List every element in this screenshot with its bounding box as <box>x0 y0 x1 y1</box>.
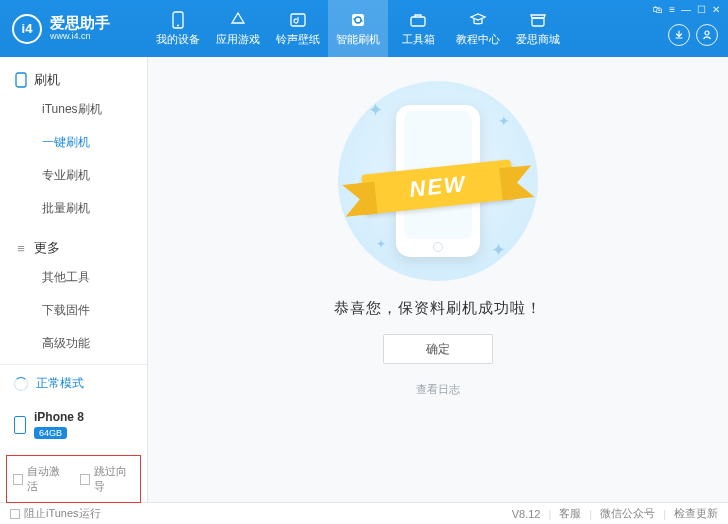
top-nav: 我的设备 应用游戏 铃声壁纸 智能刷机 工具箱 教程中心 爱思商城 <box>148 0 658 57</box>
checkbox-label: 自动激活 <box>27 464 67 494</box>
device-name: iPhone 8 <box>34 410 84 424</box>
nav-toolbox[interactable]: 工具箱 <box>388 0 448 57</box>
flash-icon <box>349 11 367 29</box>
nav-store[interactable]: 爱思商城 <box>508 0 568 57</box>
tutorial-icon <box>469 11 487 29</box>
phone-icon <box>14 73 28 87</box>
more-icon: ≡ <box>14 241 28 255</box>
user-button[interactable] <box>696 24 718 46</box>
sidebar-cat-label: 刷机 <box>34 71 60 89</box>
sidebar: 刷机 iTunes刷机 一键刷机 专业刷机 批量刷机 ≡ 更多 其他工具 下载固… <box>0 57 148 502</box>
nav-tutorial[interactable]: 教程中心 <box>448 0 508 57</box>
phone-icon <box>14 416 26 434</box>
app-header: 🛍 ≡ — ☐ ✕ i4 爱思助手 www.i4.cn 我的设备 应用游戏 铃声… <box>0 0 728 57</box>
svg-rect-5 <box>532 18 544 26</box>
checkbox-auto-activate[interactable]: 自动激活 <box>13 464 68 494</box>
support-link[interactable]: 客服 <box>559 506 581 521</box>
nav-label: 我的设备 <box>156 32 200 47</box>
checkbox-skip-guide[interactable]: 跳过向导 <box>80 464 135 494</box>
sparkle-icon: ✦ <box>376 237 386 251</box>
brand: i4 爱思助手 www.i4.cn <box>0 0 148 57</box>
refresh-icon <box>14 377 28 391</box>
sparkle-icon: ✦ <box>498 113 510 129</box>
nav-label: 应用游戏 <box>216 32 260 47</box>
new-ribbon: NEW <box>361 159 514 214</box>
post-flash-options: 自动激活 跳过向导 <box>6 455 141 503</box>
nav-label: 智能刷机 <box>336 32 380 47</box>
device-mode[interactable]: 正常模式 <box>0 365 147 402</box>
nav-label: 铃声壁纸 <box>276 32 320 47</box>
cart-icon[interactable]: 🛍 <box>653 4 663 15</box>
sidebar-cat-more[interactable]: ≡ 更多 <box>0 235 147 261</box>
checkbox-block-itunes[interactable]: 阻止iTunes运行 <box>10 506 101 521</box>
ringtone-icon <box>289 11 307 29</box>
view-log-link[interactable]: 查看日志 <box>416 382 460 397</box>
apps-icon <box>229 11 247 29</box>
svg-rect-7 <box>16 73 26 87</box>
success-message: 恭喜您，保资料刷机成功啦！ <box>334 299 542 318</box>
device-icon <box>169 11 187 29</box>
nav-label: 爱思商城 <box>516 32 560 47</box>
sidebar-cat-flash[interactable]: 刷机 <box>0 67 147 93</box>
maximize-icon[interactable]: ☐ <box>697 4 706 15</box>
nav-label: 工具箱 <box>402 32 435 47</box>
checkbox-label: 跳过向导 <box>94 464 134 494</box>
brand-url: www.i4.cn <box>50 32 110 42</box>
ok-button[interactable]: 确定 <box>383 334 493 364</box>
device-mode-label: 正常模式 <box>36 375 84 392</box>
nav-flash[interactable]: 智能刷机 <box>328 0 388 57</box>
wechat-link[interactable]: 微信公众号 <box>600 506 655 521</box>
svg-rect-3 <box>352 14 364 26</box>
toolbox-icon <box>409 11 427 29</box>
sparkle-icon: ✦ <box>368 99 383 121</box>
sidebar-item-onekey-flash[interactable]: 一键刷机 <box>0 126 147 159</box>
sidebar-cat-label: 更多 <box>34 239 60 257</box>
device-info[interactable]: iPhone 8 64GB <box>0 402 147 451</box>
check-update-link[interactable]: 检查更新 <box>674 506 718 521</box>
menu-icon[interactable]: ≡ <box>669 4 675 15</box>
sidebar-item-other-tools[interactable]: 其他工具 <box>0 261 147 294</box>
store-icon <box>529 11 547 29</box>
checkbox-label: 阻止iTunes运行 <box>24 506 101 521</box>
version-label: V8.12 <box>512 508 541 520</box>
close-icon[interactable]: ✕ <box>712 4 720 15</box>
sidebar-item-batch-flash[interactable]: 批量刷机 <box>0 192 147 225</box>
brand-name: 爱思助手 <box>50 15 110 32</box>
svg-rect-4 <box>411 17 425 26</box>
brand-logo-icon: i4 <box>12 14 42 44</box>
svg-point-1 <box>177 24 179 26</box>
nav-ringtones[interactable]: 铃声壁纸 <box>268 0 328 57</box>
storage-badge: 64GB <box>34 427 67 439</box>
nav-devices[interactable]: 我的设备 <box>148 0 208 57</box>
sparkle-icon: ✦ <box>491 239 506 261</box>
nav-apps[interactable]: 应用游戏 <box>208 0 268 57</box>
main-content: ✦ ✦ ✦ ✦ NEW 恭喜您，保资料刷机成功啦！ 确定 查看日志 <box>148 57 728 502</box>
sidebar-item-pro-flash[interactable]: 专业刷机 <box>0 159 147 192</box>
download-button[interactable] <box>668 24 690 46</box>
minimize-icon[interactable]: — <box>681 4 691 15</box>
sidebar-item-advanced[interactable]: 高级功能 <box>0 327 147 360</box>
svg-point-6 <box>705 31 709 35</box>
success-illustration: ✦ ✦ ✦ ✦ NEW <box>338 81 538 281</box>
window-controls: 🛍 ≡ — ☐ ✕ <box>653 4 720 15</box>
nav-label: 教程中心 <box>456 32 500 47</box>
ribbon-text: NEW <box>361 159 514 214</box>
sidebar-item-itunes-flash[interactable]: iTunes刷机 <box>0 93 147 126</box>
sidebar-item-dl-fw[interactable]: 下载固件 <box>0 294 147 327</box>
